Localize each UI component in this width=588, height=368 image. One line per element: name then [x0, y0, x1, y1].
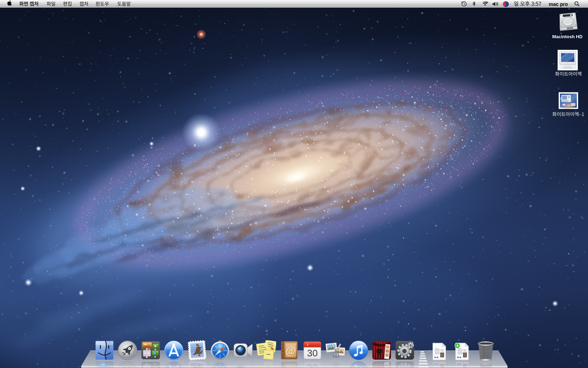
svg-text:6: 6 [307, 343, 309, 346]
svg-text:mac pro: mac pro [549, 1, 568, 7]
svg-text:30: 30 [307, 348, 318, 359]
svg-text:@: @ [286, 344, 296, 356]
